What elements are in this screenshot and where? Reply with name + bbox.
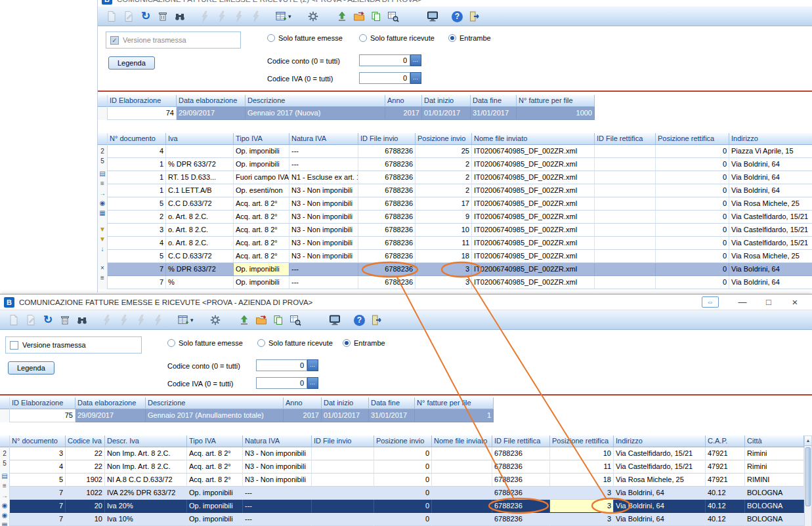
column-header[interactable]: ID File rettifica xyxy=(595,133,656,145)
cell[interactable]: 6788236 xyxy=(358,276,416,289)
column-header[interactable]: Indirizzo xyxy=(614,435,706,447)
cell[interactable]: Acq. art. 8 2° xyxy=(234,224,289,237)
cell[interactable]: 0 xyxy=(374,513,432,526)
table-row[interactable]: 3o. Art. 8 2.C.Acq. art. 8 2°N3 - Non im… xyxy=(108,224,812,237)
radio-solo-fatture-emesse[interactable]: Solo fatture emesse xyxy=(167,339,243,347)
cell[interactable]: Acq. art. 8 2° xyxy=(234,250,289,263)
cell[interactable] xyxy=(312,474,374,487)
cell[interactable]: Via Boldrini, 64 xyxy=(614,500,706,513)
cell[interactable]: Via Rosa Michele, 25 xyxy=(729,197,812,211)
cell[interactable]: RT. 15 D.633... xyxy=(166,171,234,184)
cell[interactable]: 3 xyxy=(550,513,614,526)
cell[interactable]: Iva 10% xyxy=(105,513,187,526)
cell[interactable]: 0 xyxy=(656,184,729,197)
cell[interactable]: 0 xyxy=(656,263,729,276)
cell[interactable]: Piazza Vi Aprile, 15 xyxy=(729,145,812,158)
cell[interactable] xyxy=(595,263,656,276)
column-header[interactable]: ID File rettifica xyxy=(492,435,550,447)
cell[interactable]: 29/09/2017 xyxy=(75,409,146,422)
cell[interactable]: Via Boldrini, 64 xyxy=(729,263,812,276)
cell[interactable]: N3 - Non imponibili xyxy=(289,197,358,211)
cell[interactable]: 25 xyxy=(416,145,472,158)
cell[interactable]: 10 xyxy=(66,513,105,526)
radio-icon[interactable] xyxy=(267,34,275,42)
cell[interactable]: Non Imp. Art. 8 2.C. xyxy=(105,460,187,474)
cell[interactable]: 6788236 xyxy=(358,250,416,263)
cell[interactable]: o. Art. 8 2.C. xyxy=(166,237,234,250)
cell[interactable] xyxy=(312,487,374,500)
table-row[interactable]: 7429/09/2017Gennaio 2017 (Nuova)201701/0… xyxy=(108,107,595,120)
column-header[interactable]: Data elaborazione xyxy=(75,397,146,409)
column-header[interactable]: N° fatture per file xyxy=(415,397,494,409)
grid-icon[interactable]: ▦ xyxy=(0,520,9,526)
badge-5[interactable]: 5 xyxy=(0,458,9,468)
scrollbar-thumb[interactable] xyxy=(805,447,811,506)
codice-iva-browse-button[interactable]: … xyxy=(410,72,421,84)
cell[interactable]: IT02006740985_DF_002ZR.xml xyxy=(472,237,595,250)
cell[interactable]: 1902 xyxy=(66,474,105,487)
badge-5[interactable]: 5 xyxy=(98,156,107,166)
cell[interactable]: Op. imponibili xyxy=(187,487,243,500)
cell[interactable]: IT02006740985_DF_002ZR.xml xyxy=(472,250,595,263)
cell[interactable]: IT02006740985_DF_002ZR.xml xyxy=(472,276,595,289)
insert-row-icon[interactable]: → xyxy=(0,491,9,500)
export-icon[interactable] xyxy=(253,312,269,328)
cell[interactable]: --- xyxy=(243,513,312,526)
cell[interactable]: N3 - Non imponibili xyxy=(289,184,358,197)
cell[interactable]: N3 - Non imponibili xyxy=(289,224,358,237)
vertical-scrollbar[interactable]: ▲ xyxy=(804,435,812,526)
refresh-icon[interactable]: ↻ xyxy=(40,312,56,328)
table-row[interactable]: 4o. Art. 8 2.C.Acq. art. 8 2°N3 - Non im… xyxy=(108,237,812,250)
column-header[interactable]: ID Elaborazione xyxy=(10,397,75,409)
cell[interactable]: Rimini xyxy=(745,460,804,474)
list-icon[interactable]: ≡ xyxy=(98,178,107,188)
radio-icon[interactable] xyxy=(448,34,456,42)
cell[interactable]: Via Boldrini, 64 xyxy=(614,487,706,500)
radio-icon[interactable] xyxy=(343,339,351,347)
cell[interactable]: Rimini xyxy=(745,447,804,460)
cell[interactable]: IT02006740985_DF_002ZR.xml xyxy=(472,184,595,197)
cell[interactable]: 3 xyxy=(10,447,66,460)
settings-gear-icon[interactable] xyxy=(207,312,223,328)
cell[interactable] xyxy=(432,474,492,487)
cell[interactable] xyxy=(595,250,656,263)
cell[interactable]: 11 xyxy=(550,460,614,474)
cell[interactable] xyxy=(595,276,656,289)
scroll-up-button[interactable]: ▲ xyxy=(805,436,811,446)
cell[interactable]: Via Boldrini, 64 xyxy=(729,158,812,171)
cell[interactable] xyxy=(595,237,656,250)
cell[interactable] xyxy=(595,184,656,197)
cell[interactable]: 47921 xyxy=(706,447,745,460)
column-header[interactable]: Data elaborazione xyxy=(177,95,246,107)
cell[interactable]: Acq. art. 8 2° xyxy=(187,447,243,460)
cell[interactable]: Op. imponibili xyxy=(187,500,243,513)
cell[interactable]: 0 xyxy=(374,487,432,500)
cell[interactable]: 1 xyxy=(108,171,166,184)
badge-2[interactable]: 2 xyxy=(98,146,107,156)
cell[interactable] xyxy=(312,447,374,460)
radio-entrambe[interactable]: Entrambe xyxy=(343,339,385,347)
cell[interactable]: 2 xyxy=(416,158,472,171)
column-header[interactable]: Dat inizio xyxy=(422,95,471,107)
legenda-button[interactable]: Legenda xyxy=(8,361,54,374)
column-header[interactable]: Anno xyxy=(385,95,422,107)
cell[interactable]: 3 xyxy=(550,487,614,500)
cell[interactable]: 75 xyxy=(10,409,75,422)
cell[interactable]: 40.12 xyxy=(706,500,745,513)
cell[interactable] xyxy=(312,513,374,526)
cell[interactable]: 6788236 xyxy=(492,487,550,500)
column-header[interactable]: N° documento xyxy=(10,435,66,447)
radio-icon[interactable] xyxy=(359,34,367,42)
cell[interactable]: Via Boldrini, 64 xyxy=(614,513,706,526)
column-header[interactable]: Posizione rettifica xyxy=(550,435,614,447)
settings-gear-icon[interactable] xyxy=(305,9,321,24)
column-header[interactable]: Nome file inviato xyxy=(472,133,595,145)
cell[interactable]: Via Boldrini, 64 xyxy=(729,171,812,184)
radio-icon[interactable] xyxy=(257,339,265,347)
cell[interactable]: o. Art. 8 2.C. xyxy=(166,224,234,237)
cell[interactable]: Op. imponibili xyxy=(187,513,243,526)
arrow-down-icon[interactable]: ↓ xyxy=(98,244,107,254)
cell[interactable]: C.C D.633/72 xyxy=(166,250,234,263)
search-plus-icon[interactable]: ◉ xyxy=(0,510,9,520)
cell[interactable] xyxy=(432,513,492,526)
